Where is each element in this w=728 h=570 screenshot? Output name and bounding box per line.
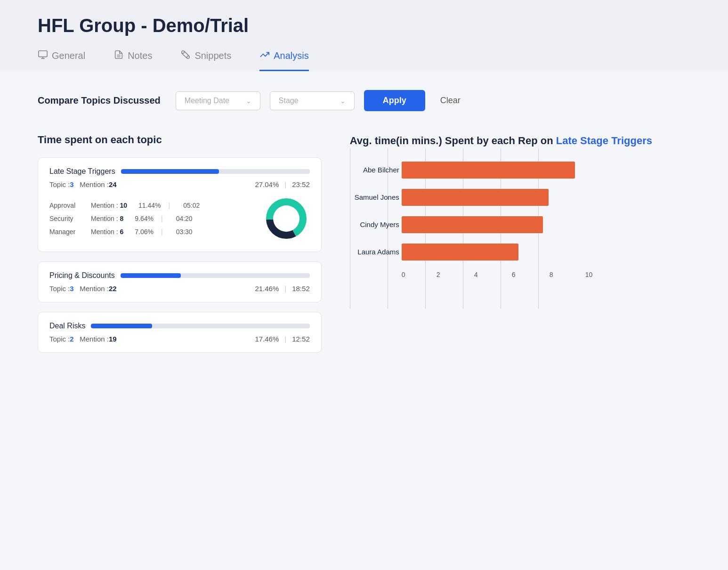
subtopic-approval: Approval Mention : 10 11.44% | 05:02 bbox=[49, 199, 253, 212]
bar-chart: Abe Bilcher Samuel Jones Cindy Myers bbox=[350, 162, 690, 303]
subtopic-rows: Approval Mention : 10 11.44% | 05:02 Sec… bbox=[49, 199, 253, 238]
bar-row-samuel: Samuel Jones bbox=[402, 189, 690, 206]
topic-bar-pricing bbox=[121, 273, 310, 278]
svg-point-5 bbox=[182, 51, 185, 54]
topic-bar-fill-pricing bbox=[121, 273, 181, 278]
x-label-10: 10 bbox=[585, 271, 593, 278]
donut-chart-late-stage bbox=[263, 195, 310, 242]
tab-general[interactable]: General bbox=[38, 49, 85, 71]
topic-name-late-stage: Late Stage Triggers bbox=[49, 167, 115, 176]
stage-select[interactable]: Stage ⌄ bbox=[270, 91, 355, 110]
analysis-columns: Time spent on each topic Late Stage Trig… bbox=[38, 134, 690, 362]
bar-track-cindy bbox=[402, 216, 590, 233]
topic-header-late-stage: Late Stage Triggers bbox=[49, 167, 310, 176]
topic-meta-pricing: Topic : 3 Mention : 22 21.46% | 18:52 bbox=[49, 285, 310, 293]
tab-bar: General Notes Snippets Analysis bbox=[38, 49, 690, 71]
chevron-down-icon: ⌄ bbox=[340, 97, 346, 105]
topic-header-deal-risks: Deal Risks bbox=[49, 322, 310, 330]
stage-label: Stage bbox=[279, 97, 299, 105]
svg-line-8 bbox=[182, 53, 187, 58]
notes-icon bbox=[113, 49, 124, 62]
bar-label-laura: Laura Adams bbox=[350, 248, 399, 256]
x-label-8: 8 bbox=[550, 271, 553, 278]
subtopics-late-stage: Approval Mention : 10 11.44% | 05:02 Sec… bbox=[49, 195, 310, 242]
bar-label-abe: Abe Bilcher bbox=[350, 166, 399, 174]
tab-notes[interactable]: Notes bbox=[113, 49, 152, 71]
bar-row-laura: Laura Adams bbox=[402, 244, 690, 261]
topic-name-deal-risks: Deal Risks bbox=[49, 322, 85, 330]
topic-bar-fill-deal-risks bbox=[91, 324, 152, 328]
topic-name-pricing: Pricing & Discounts bbox=[49, 271, 115, 280]
header-section: HFL Group - Demo/Trial General Notes Sni… bbox=[0, 0, 728, 71]
bar-track-laura bbox=[402, 244, 590, 261]
tab-analysis-label: Analysis bbox=[274, 50, 308, 61]
x-label-4: 4 bbox=[474, 271, 478, 278]
x-axis: 0 2 4 6 8 10 bbox=[402, 271, 590, 284]
bar-track-samuel bbox=[402, 189, 590, 206]
topic-card-deal-risks: Deal Risks Topic : 2 Mention : 19 17.46%… bbox=[38, 312, 322, 353]
bar-row-cindy: Cindy Myers bbox=[402, 216, 690, 233]
tab-snippets[interactable]: Snippets bbox=[180, 49, 231, 71]
topic-card-late-stage: Late Stage Triggers Topic : 3 Mention : … bbox=[38, 157, 322, 252]
clear-button[interactable]: Clear bbox=[435, 90, 466, 111]
x-label-0: 0 bbox=[402, 271, 405, 278]
right-section-title: Avg. time(in mins.) Spent by each Rep on… bbox=[350, 134, 690, 148]
topic-meta-late-stage: Topic : 3 Mention : 24 27.04% | 23:52 bbox=[49, 180, 310, 188]
x-label-6: 6 bbox=[512, 271, 516, 278]
bar-track-abe bbox=[402, 162, 590, 179]
topic-bar-fill-late-stage bbox=[121, 169, 219, 174]
bar-label-samuel: Samuel Jones bbox=[350, 193, 399, 201]
bar-fill-abe bbox=[402, 162, 575, 179]
donut-svg bbox=[263, 195, 310, 242]
tab-general-label: General bbox=[52, 50, 85, 61]
x-label-2: 2 bbox=[437, 271, 440, 278]
right-title-highlight: Late Stage Triggers bbox=[556, 135, 652, 147]
topic-meta-deal-risks: Topic : 2 Mention : 19 17.46% | 12:52 bbox=[49, 335, 310, 343]
bar-fill-samuel bbox=[402, 189, 549, 206]
bar-label-cindy: Cindy Myers bbox=[350, 220, 399, 228]
main-content: Compare Topics Discussed Meeting Date ⌄ … bbox=[0, 71, 728, 381]
svg-point-12 bbox=[273, 205, 299, 232]
topic-bar-deal-risks bbox=[91, 324, 309, 328]
svg-line-7 bbox=[184, 51, 189, 56]
snippets-icon bbox=[180, 49, 191, 62]
subtopic-security: Security Mention : 8 9.64% | 04:20 bbox=[49, 212, 253, 225]
right-title-prefix: Avg. time(in mins.) Spent by each Rep on bbox=[350, 135, 556, 147]
svg-rect-0 bbox=[39, 51, 47, 57]
bar-fill-laura bbox=[402, 244, 518, 261]
subtopic-manager: Manager Mention : 6 7.06% | 03:30 bbox=[49, 225, 253, 238]
filter-label: Compare Topics Discussed bbox=[38, 95, 161, 106]
general-icon bbox=[38, 49, 48, 62]
apply-button[interactable]: Apply bbox=[364, 90, 425, 111]
meeting-date-select[interactable]: Meeting Date ⌄ bbox=[176, 91, 260, 110]
topic-card-pricing: Pricing & Discounts Topic : 3 Mention : … bbox=[38, 261, 322, 302]
meeting-date-label: Meeting Date bbox=[185, 97, 229, 105]
page-title: HFL Group - Demo/Trial bbox=[38, 15, 690, 36]
tab-analysis[interactable]: Analysis bbox=[259, 49, 308, 71]
bar-fill-cindy bbox=[402, 216, 543, 233]
left-section-title: Time spent on each topic bbox=[38, 134, 322, 146]
bar-chart-area: Abe Bilcher Samuel Jones Cindy Myers bbox=[350, 162, 690, 303]
bar-row-abe: Abe Bilcher bbox=[402, 162, 690, 179]
topic-header-pricing: Pricing & Discounts bbox=[49, 271, 310, 280]
left-column: Time spent on each topic Late Stage Trig… bbox=[38, 134, 322, 362]
tab-snippets-label: Snippets bbox=[194, 50, 231, 61]
topic-bar-late-stage bbox=[121, 169, 310, 174]
right-column: Avg. time(in mins.) Spent by each Rep on… bbox=[350, 134, 690, 303]
analysis-icon bbox=[259, 49, 270, 62]
tab-notes-label: Notes bbox=[128, 50, 152, 61]
filter-bar: Compare Topics Discussed Meeting Date ⌄ … bbox=[38, 90, 690, 111]
chevron-down-icon: ⌄ bbox=[246, 97, 251, 105]
